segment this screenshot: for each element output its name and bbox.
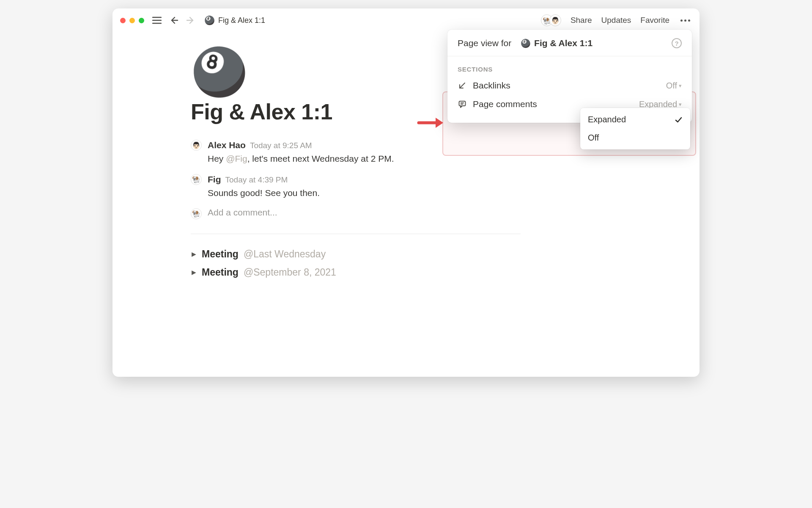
comment-timestamp: Today at 4:39 PM — [225, 174, 288, 186]
comment-timestamp: Today at 9:25 AM — [250, 140, 312, 152]
add-comment-input[interactable]: Add a comment... — [208, 207, 277, 218]
svg-rect-8 — [459, 101, 466, 106]
nav-back-button[interactable] — [168, 14, 180, 26]
divider — [191, 234, 521, 234]
sidebar-toggle-button[interactable] — [151, 14, 163, 26]
mention[interactable]: @Fig — [226, 154, 247, 163]
presence-avatar: 👨🏻 — [549, 14, 561, 26]
popover-title-icon: 🎱 — [521, 39, 531, 48]
comments-icon — [458, 100, 467, 108]
comment: 👨🏻 Alex Hao Today at 9:25 AM Hey @Fig, l… — [191, 139, 521, 166]
popover-header: Page view for 🎱 Fig & Alex 1:1 ? — [447, 30, 692, 56]
presence-avatars[interactable]: 🐏 👨🏻 — [544, 14, 561, 26]
comment-author: Alex Hao — [208, 139, 246, 152]
check-icon — [674, 116, 683, 124]
dropdown-option-expanded[interactable]: Expanded — [580, 110, 690, 129]
page-view-popover: Page view for 🎱 Fig & Alex 1:1 ? SECTION… — [447, 30, 692, 123]
svg-line-7 — [460, 83, 465, 88]
comment-text: Hey @Fig, let's meet next Wednesday at 2… — [208, 152, 394, 165]
more-menu-button[interactable] — [679, 18, 692, 23]
backlinks-label: Backlinks — [473, 80, 660, 91]
breadcrumb-title: Fig & Alex 1:1 — [218, 16, 265, 25]
backlinks-value: Off ▾ — [666, 81, 682, 91]
share-button[interactable]: Share — [571, 16, 592, 25]
avatar: 🐏 — [191, 174, 202, 185]
popover-title-prefix: Page view for — [458, 38, 511, 48]
sections-heading: SECTIONS — [447, 62, 692, 76]
topbar-right: 🐏 👨🏻 Share Updates Favorite — [544, 14, 692, 26]
topbar: 🎱 Fig & Alex 1:1 🐏 👨🏻 Share Updates Favo… — [112, 8, 700, 32]
page-comments-dropdown: Expanded Off — [580, 108, 690, 149]
comment-text: Sounds good! See you then. — [208, 187, 320, 199]
backlinks-icon — [458, 81, 467, 90]
meeting-list: ▶ Meeting @Last Wednesday ▶ Meeting @Sep… — [191, 248, 521, 278]
chevron-down-icon: ▾ — [679, 101, 682, 108]
updates-button[interactable]: Updates — [601, 16, 631, 25]
page-comments: 👨🏻 Alex Hao Today at 9:25 AM Hey @Fig, l… — [191, 139, 521, 219]
chevron-down-icon: ▾ — [679, 83, 682, 89]
disclosure-triangle-icon[interactable]: ▶ — [191, 251, 197, 257]
date-mention[interactable]: @Last Wednesday — [244, 248, 326, 260]
nav-forward-button[interactable] — [185, 14, 197, 26]
avatar: 👨🏻 — [191, 140, 202, 151]
app-window: 🎱 Fig & Alex 1:1 🐏 👨🏻 Share Updates Favo… — [112, 8, 700, 377]
dropdown-option-label: Off — [588, 133, 599, 143]
date-mention[interactable]: @September 8, 2021 — [244, 267, 336, 278]
comment-author: Fig — [208, 173, 221, 186]
backlinks-row[interactable]: Backlinks Off ▾ — [447, 76, 692, 95]
toggle-block[interactable]: ▶ Meeting @September 8, 2021 — [191, 267, 521, 278]
help-icon[interactable]: ? — [672, 38, 682, 48]
close-window-button[interactable] — [120, 18, 126, 23]
popover-title-page: Fig & Alex 1:1 — [534, 38, 593, 48]
breadcrumb[interactable]: 🎱 Fig & Alex 1:1 — [202, 15, 268, 26]
disclosure-triangle-icon[interactable]: ▶ — [191, 269, 197, 276]
fullscreen-window-button[interactable] — [139, 18, 144, 23]
minimize-window-button[interactable] — [129, 18, 135, 23]
meeting-title: Meeting — [202, 248, 239, 260]
toggle-block[interactable]: ▶ Meeting @Last Wednesday — [191, 248, 521, 260]
add-comment-row[interactable]: 🐏 Add a comment... — [191, 207, 521, 219]
breadcrumb-icon: 🎱 — [204, 16, 215, 25]
favorite-button[interactable]: Favorite — [640, 16, 669, 25]
meeting-title: Meeting — [202, 267, 239, 278]
comment: 🐏 Fig Today at 4:39 PM Sounds good! See … — [191, 173, 521, 200]
dropdown-option-label: Expanded — [588, 115, 626, 124]
window-controls — [120, 18, 144, 23]
dropdown-option-off[interactable]: Off — [580, 129, 690, 147]
avatar: 🐏 — [191, 208, 202, 219]
